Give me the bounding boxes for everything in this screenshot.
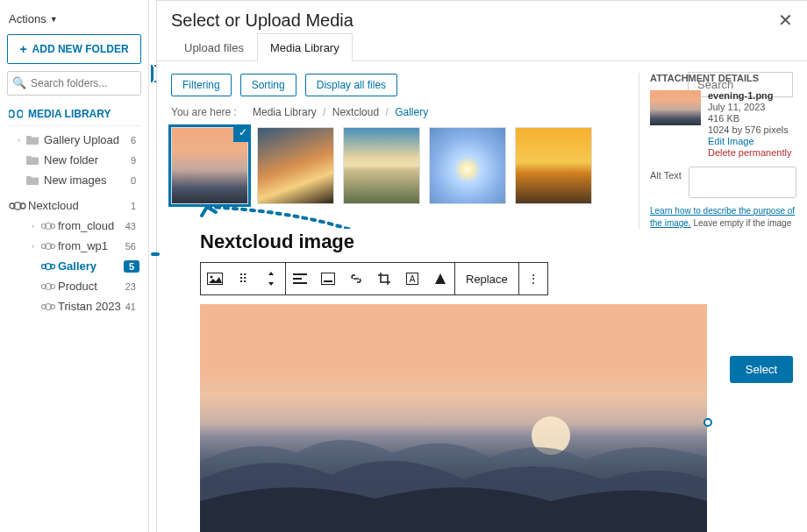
tab-upload-files[interactable]: Upload files <box>171 33 257 61</box>
sidebar-item-gallery[interactable]: Gallery 5 <box>7 256 141 276</box>
svg-rect-1 <box>18 110 23 117</box>
sidebar-item-label: New folder <box>42 153 127 167</box>
sidebar-item-from-cloud[interactable]: › from_cloud 43 <box>7 216 141 236</box>
breadcrumb-item[interactable]: Nextcloud <box>332 106 379 118</box>
sidebar-item-gallery-upload[interactable]: › Gallery Upload 6 <box>7 130 141 150</box>
cloud-icon <box>40 262 56 271</box>
chevron-right-icon: › <box>32 222 40 231</box>
attachment-details-panel: ATTACHMENT DETAILS evening-1.png July 11… <box>639 73 796 242</box>
sidebar-item-count: 6 <box>127 135 139 145</box>
cloud-icon <box>40 282 56 291</box>
sidebar-item-from-wp1[interactable]: › from_wp1 56 <box>7 236 141 256</box>
attachment-date: July 11, 2023 <box>708 102 791 112</box>
sidebar-item-label: Product <box>56 280 122 293</box>
add-folder-button[interactable]: + ADD NEW FOLDER <box>7 34 141 64</box>
folder-sidebar: Actions ▼ + ADD NEW FOLDER 🔍 MEDIA LIBRA… <box>0 0 149 532</box>
alt-text-label: Alt Text <box>650 167 682 181</box>
resize-handle[interactable] <box>703 418 712 427</box>
sidebar-item-label: Tristan 2023 <box>56 300 122 313</box>
media-library-root-label: MEDIA LIBRARY <box>28 108 111 120</box>
sidebar-item-label: Nextcloud <box>26 199 127 212</box>
tab-media-library[interactable]: Media Library <box>257 33 353 61</box>
media-thumbnail[interactable]: ✓ <box>171 127 248 204</box>
image-block-icon[interactable] <box>201 263 229 294</box>
plus-icon: + <box>19 42 26 56</box>
sidebar-item-product[interactable]: Product 23 <box>7 276 141 296</box>
display-all-button[interactable]: Display all files <box>305 74 397 96</box>
svg-rect-26 <box>324 280 332 282</box>
sidebar-item-label: Gallery <box>56 259 124 273</box>
sidebar-item-new-folder[interactable]: New folder 9 <box>7 150 141 170</box>
svg-rect-22 <box>293 273 307 275</box>
replace-button[interactable]: Replace <box>455 263 518 294</box>
sidebar-item-count: 9 <box>127 155 139 166</box>
sidebar-item-label: New images <box>42 174 127 187</box>
annotation-marker <box>151 65 156 82</box>
folder-icon <box>26 155 42 165</box>
image-block-content[interactable] <box>200 304 707 532</box>
folder-icon <box>26 175 42 185</box>
sidebar-item-count: 41 <box>122 301 139 312</box>
sidebar-item-tristan-2023[interactable]: Tristan 2023 41 <box>7 296 141 316</box>
sidebar-item-new-images[interactable]: New images 0 <box>7 170 141 190</box>
alt-text-input[interactable] <box>689 167 796 198</box>
move-icon[interactable] <box>257 263 285 294</box>
breadcrumb-item[interactable]: Media Library <box>253 106 317 118</box>
media-thumbnail[interactable] <box>515 127 592 204</box>
sort-button[interactable]: Sorting <box>240 74 296 96</box>
more-options-icon[interactable]: ⋮ <box>519 263 547 294</box>
sidebar-item-label: from_cloud <box>56 219 122 232</box>
cloud-icon <box>40 222 56 231</box>
folder-icon <box>26 135 42 145</box>
search-folders-wrap: 🔍 <box>7 71 141 96</box>
crop-icon[interactable] <box>370 263 398 294</box>
actions-label: Actions <box>9 12 46 25</box>
drag-icon[interactable]: ⠿ <box>229 263 257 294</box>
modal-title: Select or Upload Media <box>171 11 354 31</box>
caption-icon[interactable] <box>314 263 342 294</box>
text-overlay-icon[interactable]: A <box>398 263 426 294</box>
select-button[interactable]: Select <box>730 356 793 383</box>
block-editor-preview: Nextcloud image ⠿ A Replace ⋮ <box>200 229 709 532</box>
chevron-down-icon: ▼ <box>50 15 58 24</box>
sidebar-item-count: 1 <box>127 201 139 211</box>
cloud-icon <box>40 242 56 251</box>
filter-button[interactable]: Filtering <box>171 74 232 96</box>
library-icon <box>9 109 23 119</box>
media-thumbnail[interactable] <box>343 127 420 204</box>
actions-dropdown[interactable]: Actions ▼ <box>7 9 141 34</box>
check-icon: ✓ <box>239 126 247 138</box>
media-thumbnail[interactable] <box>257 127 334 204</box>
svg-rect-23 <box>293 278 302 280</box>
annotation-marker <box>151 252 160 256</box>
duotone-icon[interactable] <box>426 263 454 294</box>
cloud-icon <box>40 302 56 311</box>
block-toolbar: ⠿ A Replace ⋮ <box>200 262 548 295</box>
svg-point-21 <box>211 276 213 279</box>
sidebar-item-count: 56 <box>122 241 139 252</box>
attachment-filename: evening-1.png <box>708 90 791 101</box>
search-folders-input[interactable] <box>7 71 141 96</box>
svg-rect-25 <box>322 273 335 285</box>
edit-image-link[interactable]: Edit Image <box>708 136 791 146</box>
chevron-right-icon: › <box>18 136 26 145</box>
sidebar-item-label: Gallery Upload <box>42 133 127 146</box>
sidebar-item-nextcloud[interactable]: Nextcloud 1 <box>7 195 141 216</box>
breadcrumb-prefix: You are here : <box>171 106 237 118</box>
media-thumbnail[interactable] <box>429 127 506 204</box>
delete-link[interactable]: Delete permanently <box>708 147 791 158</box>
link-icon[interactable] <box>342 263 370 294</box>
breadcrumb-item[interactable]: Gallery <box>395 106 428 118</box>
align-icon[interactable] <box>286 263 314 294</box>
attachment-dimensions: 1024 by 576 pixels <box>708 124 791 135</box>
sidebar-item-count: 43 <box>122 221 139 231</box>
block-heading[interactable]: Nextcloud image <box>200 229 709 262</box>
media-library-root[interactable]: MEDIA LIBRARY <box>7 103 141 126</box>
svg-rect-24 <box>293 282 307 284</box>
close-icon[interactable]: ✕ <box>778 10 793 31</box>
svg-text:A: A <box>410 274 416 284</box>
add-folder-label: ADD NEW FOLDER <box>32 43 129 55</box>
attachment-thumbnail <box>650 90 701 125</box>
chevron-right-icon: › <box>32 242 40 251</box>
sidebar-item-count: 0 <box>127 175 139 186</box>
